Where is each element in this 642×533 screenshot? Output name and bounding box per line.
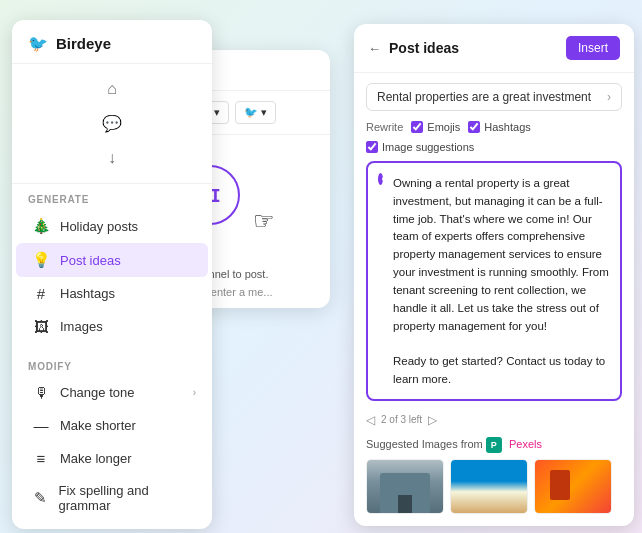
sidebar-item-make-longer[interactable]: ≡ Make longer	[16, 442, 208, 475]
change-tone-label: Change tone	[60, 385, 134, 400]
cursor-icon: ☞	[253, 207, 275, 235]
emojis-checkbox[interactable]	[411, 121, 423, 133]
ai-menu-panel: 🐦 Birdeye ⌂ 💬 ↓ GENERATE 🎄 Holiday posts…	[12, 20, 212, 529]
images-section: Suggested Images from P Pexels	[354, 431, 634, 526]
pagination-row: ◁ 2 of 3 left ▷	[354, 409, 634, 431]
pexels-badge: P	[486, 437, 502, 453]
holiday-posts-label: Holiday posts	[60, 219, 138, 234]
make-longer-icon: ≡	[32, 450, 50, 467]
images-label: Images	[60, 319, 103, 334]
twitter-button[interactable]: 🐦 ▾	[235, 101, 276, 124]
modify-section: MODIFY 🎙 Change tone › — Make shorter ≡ …	[12, 351, 212, 529]
nav-home-icon[interactable]: ⌂	[12, 72, 212, 106]
generate-section: GENERATE 🎄 Holiday posts 💡 Post ideas # …	[12, 184, 212, 351]
sidebar-item-make-shorter[interactable]: — Make shorter	[16, 409, 208, 442]
image-thumb-1[interactable]	[366, 459, 444, 514]
birdeye-logo-icon: 🐦	[28, 34, 48, 53]
post-content-area: Owning a rental property is a great inve…	[366, 161, 622, 401]
next-page-icon[interactable]: ▷	[428, 413, 437, 427]
back-arrow-post-ideas-icon[interactable]: ←	[368, 41, 381, 56]
nav-download-icon[interactable]: ↓	[12, 141, 212, 175]
images-source-label: Suggested Images from P Pexels	[366, 437, 622, 453]
architecture-image	[367, 460, 443, 513]
chevron-right-icon: ›	[193, 387, 196, 398]
post-ideas-panel: ← Post ideas Insert Rental properties ar…	[354, 24, 634, 526]
birdeye-header: 🐦 Birdeye	[12, 20, 212, 64]
post-ideas-header-left: ← Post ideas	[368, 40, 459, 56]
post-body-text: Owning a rental property is a great inve…	[393, 175, 610, 389]
nav-chat-icon[interactable]: 💬	[12, 106, 212, 141]
insert-button[interactable]: Insert	[566, 36, 620, 60]
hashtags-label: Hashtags	[60, 286, 115, 301]
rewrite-label: Rewrite	[366, 121, 403, 133]
hashtags-filter[interactable]: Hashtags	[468, 121, 530, 133]
colorful-building-image	[535, 460, 611, 513]
fix-spelling-icon: ✎	[32, 489, 48, 507]
search-value: Rental properties are a great investment	[377, 90, 599, 104]
prev-page-icon[interactable]: ◁	[366, 413, 375, 427]
search-arrow-icon: ›	[607, 90, 611, 104]
birdeye-brand-name: Birdeye	[56, 35, 111, 52]
modify-label: MODIFY	[12, 351, 212, 376]
post-ideas-icon: 💡	[32, 251, 50, 269]
sidebar-item-holiday-posts[interactable]: 🎄 Holiday posts	[16, 209, 208, 243]
hashtags-icon: #	[32, 285, 50, 302]
image-suggestions-checkbox[interactable]	[366, 141, 378, 153]
hashtags-checkbox[interactable]	[468, 121, 480, 133]
beach-image	[451, 460, 527, 513]
post-ideas-label: Post ideas	[60, 253, 121, 268]
sidebar-item-hashtags[interactable]: # Hashtags	[16, 277, 208, 310]
sidebar-item-post-ideas[interactable]: 💡 Post ideas	[16, 243, 208, 277]
image-suggestions-label: Image suggestions	[382, 141, 474, 153]
search-bar[interactable]: Rental properties are a great investment…	[366, 83, 622, 111]
generate-label: GENERATE	[12, 184, 212, 209]
sidebar-item-fix-spelling[interactable]: ✎ Fix spelling and grammar	[16, 475, 208, 521]
fix-spelling-label: Fix spelling and grammar	[58, 483, 192, 513]
hashtags-filter-label: Hashtags	[484, 121, 530, 133]
post-ideas-header: ← Post ideas Insert	[354, 24, 634, 73]
make-shorter-icon: —	[32, 417, 50, 434]
holiday-icon: 🎄	[32, 217, 50, 235]
sidebar-item-change-tone[interactable]: 🎙 Change tone ›	[16, 376, 208, 409]
make-longer-label: Make longer	[60, 451, 132, 466]
nav-icons: ⌂ 💬 ↓	[12, 64, 212, 184]
suggested-images-row	[366, 459, 622, 514]
filter-row: Rewrite Emojis Hashtags Image suggestion…	[354, 121, 634, 161]
post-ideas-title: Post ideas	[389, 40, 459, 56]
images-icon: 🖼	[32, 318, 50, 335]
image-thumb-2[interactable]	[450, 459, 528, 514]
change-tone-icon: 🎙	[32, 384, 50, 401]
emojis-filter-label: Emojis	[427, 121, 460, 133]
pagination-text: 2 of 3 left	[381, 414, 422, 425]
sidebar-item-images[interactable]: 🖼 Images	[16, 310, 208, 343]
image-thumb-3[interactable]	[534, 459, 612, 514]
image-suggestions-filter[interactable]: Image suggestions	[366, 141, 474, 153]
pexels-link[interactable]: Pexels	[509, 438, 542, 450]
radio-selected-icon[interactable]	[378, 173, 383, 185]
make-shorter-label: Make shorter	[60, 418, 136, 433]
emojis-filter[interactable]: Emojis	[411, 121, 460, 133]
